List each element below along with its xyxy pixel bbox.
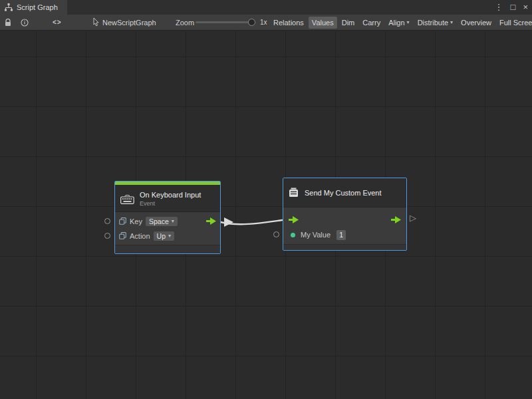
node-footer — [115, 245, 220, 254]
distribute-button[interactable]: Distribute ▾ — [414, 17, 456, 29]
flow-output-port-icon[interactable] — [391, 216, 401, 223]
node-title: On Keyboard Input — [140, 191, 201, 199]
zoom-label: Zoom — [176, 15, 194, 30]
chevron-down-icon: ▾ — [168, 233, 171, 239]
cursor-icon — [93, 18, 99, 27]
flow-input-port-icon[interactable] — [289, 216, 299, 223]
chevron-down-icon: ▾ — [450, 19, 453, 25]
graph-name-button[interactable]: NewScriptGraph — [93, 15, 156, 30]
wire-layer — [0, 31, 532, 399]
maximize-icon[interactable]: □ — [511, 0, 516, 15]
align-button[interactable]: Align ▾ — [385, 17, 412, 29]
tab-script-graph[interactable]: Script Graph — [0, 0, 67, 15]
info-icon[interactable] — [21, 15, 29, 30]
chevron-down-icon: ▾ — [172, 218, 174, 224]
fullscreen-button[interactable]: Full Screen — [496, 17, 532, 29]
window-titlebar: Script Graph ⋮ □ × — [0, 0, 532, 15]
connection-arrow-icon — [224, 217, 233, 227]
value-port-dot-icon[interactable] — [291, 233, 295, 237]
key-input-port[interactable] — [104, 218, 110, 224]
node-header[interactable]: Send My Custom Event — [283, 178, 406, 207]
flow-output-port-icon[interactable] — [206, 217, 216, 225]
code-icon[interactable]: <> — [53, 15, 62, 30]
zoom-slider-track[interactable] — [196, 21, 255, 23]
lock-icon[interactable] — [5, 15, 11, 30]
close-icon[interactable]: × — [523, 0, 528, 15]
graph-toolbar: <> NewScriptGraph Zoom 1x Relations Valu… — [0, 15, 532, 31]
chevron-down-icon: ▾ — [407, 19, 410, 25]
values-button[interactable]: Values — [309, 17, 337, 29]
my-value-input[interactable] — [336, 230, 346, 240]
chain-triangle-icon[interactable]: ▷ — [410, 213, 416, 223]
carry-button[interactable]: Carry — [359, 17, 384, 29]
zoom-value: 1x — [260, 15, 267, 30]
overview-button[interactable]: Overview — [458, 17, 495, 29]
graph-name: NewScriptGraph — [102, 19, 156, 27]
keyboard-icon — [120, 194, 134, 204]
port-label: Action — [130, 232, 150, 240]
flow-port-row — [289, 213, 401, 226]
action-dropdown[interactable]: Up ▾ — [154, 231, 174, 241]
key-dropdown[interactable]: Space ▾ — [146, 217, 178, 226]
node-header[interactable]: On Keyboard Input Event — [115, 186, 220, 212]
node-subtitle: Event — [140, 200, 201, 207]
node-send-my-custom-event[interactable]: Send My Custom Event My Value — [283, 178, 407, 251]
node-on-keyboard-input[interactable]: On Keyboard Input Event Key Space ▾ — [114, 181, 221, 254]
node-body: My Value — [283, 207, 406, 244]
toolbar-button-group: Relations Values Dim Carry Align ▾ Distr… — [270, 15, 532, 30]
unit-icon — [119, 232, 126, 239]
dim-button[interactable]: Dim — [338, 17, 358, 29]
unit-icon — [119, 217, 126, 225]
tab-label: Script Graph — [17, 3, 58, 11]
relations-button[interactable]: Relations — [270, 17, 307, 29]
port-label: My Value — [301, 231, 331, 239]
node-title: Send My Custom Event — [305, 189, 382, 197]
window-menu-icon[interactable]: ⋮ — [495, 0, 503, 15]
my-value-input-port[interactable] — [273, 231, 279, 237]
zoom-slider-knob[interactable] — [248, 19, 255, 26]
custom-event-icon — [289, 188, 299, 198]
action-port-row: Action Up ▾ — [119, 229, 216, 242]
graph-canvas[interactable]: ▷ On Keyboard Input Event — [0, 31, 532, 399]
action-input-port[interactable] — [104, 233, 110, 239]
my-value-port-row: My Value — [289, 228, 401, 241]
port-label: Key — [130, 217, 142, 225]
key-port-row: Key Space ▾ — [119, 215, 216, 227]
node-body: Key Space ▾ Action Up ▾ — [115, 212, 220, 245]
script-graph-icon — [5, 3, 13, 11]
node-footer — [283, 244, 406, 251]
